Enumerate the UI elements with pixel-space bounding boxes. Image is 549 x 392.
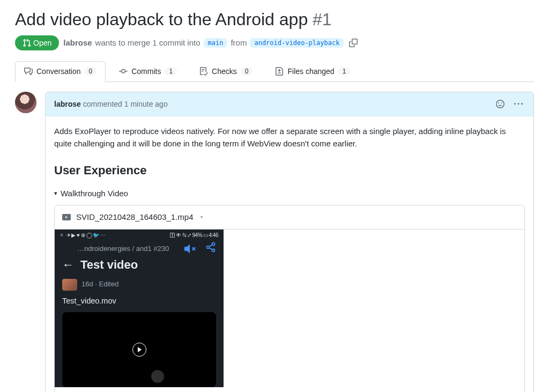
tab-checks[interactable]: Checks 0 — [190, 61, 262, 82]
mobile-actions — [184, 242, 216, 256]
comment-text: Adds ExoPlayer to reproduce videos nativ… — [54, 125, 525, 150]
walkthrough-toggle[interactable]: Walkthrough Video — [54, 187, 525, 199]
file-diff-icon — [275, 67, 284, 76]
pr-state-badge: Open — [15, 35, 59, 50]
video-card: SVID_20210428_164603_1.mp4 ᯤ ✈ ▶ ♥ ⊕ ◯ 🐦… — [54, 205, 525, 392]
kebab-button[interactable] — [512, 98, 525, 110]
touch-indicator — [151, 370, 164, 383]
status-icons-left: ✈ ▶ ♥ ⊕ ◯ 🐦 ⋯ — [66, 231, 106, 240]
comment-author[interactable]: labrose — [54, 100, 81, 108]
pr-author[interactable]: labrose — [63, 38, 92, 47]
git-commit-icon — [119, 67, 128, 76]
timeline: labrose commented 1 minute ago Adds ExoP… — [15, 92, 534, 392]
copy-icon — [349, 39, 358, 47]
pr-title-text: Add video playback to the Android app — [15, 10, 308, 29]
reaction-button[interactable] — [494, 98, 507, 110]
pr-number: #1 — [313, 10, 332, 29]
git-pull-request-icon — [23, 39, 31, 47]
mobile-filename: Test_video.mov — [55, 294, 224, 312]
comment-time[interactable]: 1 minute ago — [124, 100, 168, 108]
svg-line-6 — [209, 245, 212, 247]
merge-info: labrose wants to merge 1 commit into mai… — [63, 36, 360, 49]
mobile-title: Test video — [80, 256, 216, 274]
mobile-post-meta: 16d · Edited — [55, 277, 224, 294]
eye-icon: 👁 — [176, 231, 181, 240]
wifi-icon: ᯤ — [60, 231, 65, 240]
play-icon — [132, 343, 146, 357]
kebab-icon — [514, 100, 523, 108]
tab-commits-count: 1 — [165, 67, 177, 76]
avatar[interactable] — [15, 92, 36, 113]
share-icon[interactable] — [205, 242, 216, 256]
comment-discussion-icon — [24, 67, 33, 76]
tab-commits-label: Commits — [131, 67, 161, 76]
pr-meta: Open labrose wants to merge 1 commit int… — [15, 35, 534, 50]
comment-action: commented — [83, 100, 122, 108]
video-filename: SVID_20210428_164603_1.mp4 — [76, 211, 194, 223]
key-icon: ⚿ — [170, 231, 175, 240]
battery-pct: 94% — [192, 231, 203, 240]
tab-files-label: Files changed — [287, 67, 334, 76]
svg-point-3 — [207, 246, 210, 249]
chevron-down-icon — [199, 215, 204, 220]
base-branch[interactable]: main — [204, 38, 228, 48]
nfc-icon: ℕ — [182, 231, 187, 240]
smiley-icon — [496, 100, 505, 108]
comment-header: labrose commented 1 minute ago — [46, 92, 533, 116]
section-heading: User Experience — [54, 161, 525, 180]
svg-point-4 — [212, 249, 215, 252]
mini-avatar[interactable] — [62, 279, 77, 291]
mobile-breadcrumb: …ndroidenergies / and1 #230 — [62, 243, 169, 254]
pr-title: Add video playback to the Android app #1 — [15, 9, 534, 31]
merge-text-2: from — [231, 38, 247, 47]
mobile-status-bar: ᯤ ✈ ▶ ♥ ⊕ ◯ 🐦 ⋯ ⚿ 👁 ℕ ⤢ 94% ▭ 4:46 — [55, 230, 224, 241]
mobile-screenshot: ᯤ ✈ ▶ ♥ ⊕ ◯ 🐦 ⋯ ⚿ 👁 ℕ ⤢ 94% ▭ 4:46 — [55, 230, 224, 387]
tab-conversation[interactable]: Conversation 0 — [15, 61, 106, 82]
mobile-header: …ndroidenergies / and1 #230 — [55, 241, 224, 276]
tabs: Conversation 0 Commits 1 Checks 0 Files … — [15, 61, 534, 82]
tab-checks-count: 0 — [241, 67, 253, 76]
merge-text-1: wants to merge 1 commit into — [95, 38, 201, 47]
pr-state-text: Open — [33, 39, 51, 47]
walkthrough-label: Walkthrough Video — [61, 187, 128, 199]
tab-files[interactable]: Files changed 1 — [266, 61, 359, 82]
tab-conversation-count: 0 — [85, 67, 97, 76]
copy-branch-button[interactable] — [347, 36, 360, 49]
head-branch[interactable]: android-video-playback — [250, 38, 344, 48]
battery-icon: ▭ — [203, 231, 208, 240]
comment-header-actions — [494, 98, 525, 110]
checklist-icon — [199, 67, 208, 76]
mobile-meta-text: 16d · Edited — [81, 279, 118, 290]
status-time: 4:46 — [209, 231, 218, 240]
tab-files-count: 1 — [338, 67, 351, 76]
video-icon — [62, 213, 71, 221]
mobile-video-thumb[interactable] — [62, 312, 216, 387]
comment-box: labrose commented 1 minute ago Adds ExoP… — [45, 92, 534, 392]
tab-checks-label: Checks — [212, 67, 237, 76]
back-arrow-icon[interactable]: ← — [62, 256, 74, 274]
rotate-icon: ⤢ — [187, 231, 191, 240]
svg-point-2 — [212, 243, 215, 246]
svg-line-5 — [209, 248, 212, 249]
comment-header-text: labrose commented 1 minute ago — [54, 100, 168, 108]
tab-conversation-label: Conversation — [36, 67, 81, 76]
comment-body: Adds ExoPlayer to reproduce videos nativ… — [46, 116, 533, 392]
mute-icon[interactable] — [184, 243, 196, 255]
video-card-header[interactable]: SVID_20210428_164603_1.mp4 — [55, 205, 524, 229]
tab-commits[interactable]: Commits 1 — [110, 61, 186, 82]
